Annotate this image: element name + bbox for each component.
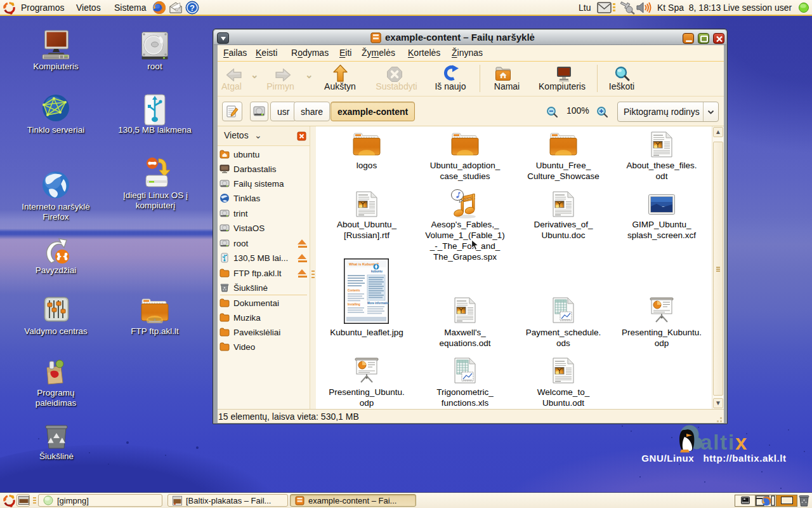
svg-text:altix: altix (700, 431, 748, 454)
svg-text:?: ? (190, 3, 195, 13)
